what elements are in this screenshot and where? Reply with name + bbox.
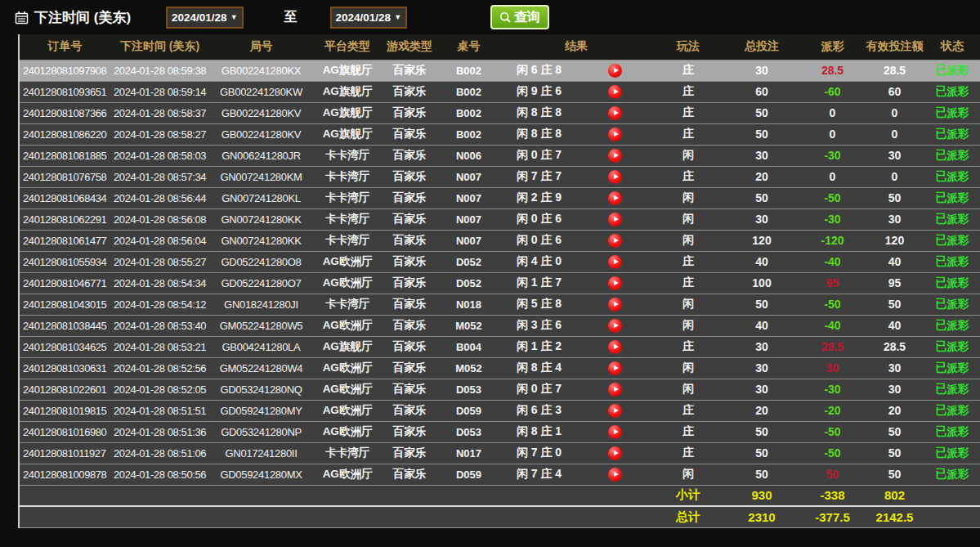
total-bet-cell: 30 [724, 60, 799, 81]
subtotal-spacer [19, 485, 652, 506]
replay-play-icon[interactable] [608, 404, 622, 418]
table-row[interactable]: 240128081062291 2024-01-28 08:56:08 GN00… [19, 208, 980, 230]
table-row[interactable]: 240128081097908 2024-01-28 08:59:38 GB00… [19, 60, 980, 81]
valid-bet-cell: 30 [866, 208, 924, 230]
status-badge: 已派彩 [924, 102, 980, 123]
replay-play-icon[interactable] [608, 106, 622, 120]
subtotal-valid-bet: 802 [866, 485, 924, 506]
valid-bet-cell: 50 [866, 294, 924, 315]
game-id-cell: GB004241280LA [209, 336, 313, 357]
replay-play-icon[interactable] [608, 128, 622, 141]
status-badge: 已派彩 [924, 442, 980, 464]
valid-bet-cell: 0 [866, 166, 924, 187]
replay-play-icon[interactable] [608, 170, 622, 184]
game-type-cell: 百家乐 [382, 357, 437, 379]
table-row[interactable]: 240128081030631 2024-01-28 08:52:56 GM05… [19, 357, 980, 379]
result-cell: 闲 3 庄 6 [500, 315, 578, 336]
table-row[interactable]: 240128081011927 2024-01-28 08:51:06 GN01… [19, 442, 980, 464]
table-row[interactable]: 240128081081885 2024-01-28 08:58:03 GN00… [19, 145, 980, 166]
replay-play-icon[interactable] [608, 468, 622, 482]
table-row[interactable]: 240128081087366 2024-01-28 08:58:37 GB00… [19, 102, 980, 123]
grand-total-spacer [19, 506, 652, 527]
total-bet-cell: 50 [724, 294, 799, 315]
replay-play-icon[interactable] [608, 149, 622, 163]
game-type-cell: 百家乐 [382, 102, 437, 123]
payout-cell: -40 [799, 251, 866, 272]
query-button[interactable]: 查询 [490, 5, 549, 29]
platform-cell: AG旗舰厅 [313, 60, 382, 81]
payout-cell: 50 [799, 464, 866, 485]
replay-play-icon[interactable] [608, 340, 622, 354]
table-row[interactable]: 240128081022601 2024-01-28 08:52:05 GD05… [19, 379, 980, 400]
table-no-cell: B002 [437, 60, 500, 81]
platform-cell: 卡卡湾厅 [313, 208, 382, 230]
table-row[interactable]: 240128081076758 2024-01-28 08:57:34 GN00… [19, 166, 980, 187]
bet-time-cell: 2024-01-28 08:51:06 [110, 442, 209, 464]
replay-play-icon[interactable] [608, 64, 622, 78]
play-type-cell: 庄 [652, 166, 724, 187]
table-row[interactable]: 240128081055934 2024-01-28 08:55:27 GD05… [19, 251, 980, 272]
table-row[interactable]: 240128081009878 2024-01-28 08:50:56 GD05… [19, 464, 980, 485]
payout-cell: 28.5 [799, 336, 866, 357]
subtotal-total-bet: 930 [724, 485, 799, 506]
replay-cell [578, 102, 652, 123]
result-cell: 闲 1 庄 7 [500, 272, 578, 294]
status-badge: 已派彩 [924, 251, 980, 272]
replay-play-icon[interactable] [608, 383, 622, 397]
order-id-cell: 240128081016980 [19, 421, 110, 442]
header-row: 订单号 下注时间 (美东) 局号 平台类型 游戏类型 桌号 结果 玩法 总投注 … [19, 34, 980, 60]
replay-play-icon[interactable] [608, 298, 622, 312]
replay-play-icon[interactable] [608, 446, 622, 460]
table-row[interactable]: 240128081038445 2024-01-28 08:53:40 GM05… [19, 315, 980, 336]
status-badge: 已派彩 [924, 60, 980, 81]
replay-play-icon[interactable] [608, 213, 622, 226]
replay-play-icon[interactable] [608, 425, 622, 439]
game-type-cell: 百家乐 [382, 421, 437, 442]
game-id-cell: GD059241280MX [209, 464, 313, 485]
replay-cell [578, 208, 652, 230]
table-row[interactable]: 240128081019815 2024-01-28 08:51:51 GD05… [19, 400, 980, 421]
platform-cell: AG旗舰厅 [313, 102, 382, 123]
game-id-cell: GD052241280O8 [209, 251, 313, 272]
replay-play-icon[interactable] [608, 319, 622, 333]
valid-bet-cell: 0 [866, 102, 924, 123]
replay-play-icon[interactable] [608, 276, 622, 290]
table-row[interactable]: 240128081043015 2024-01-28 08:54:12 GN01… [19, 294, 980, 315]
bet-time-cell: 2024-01-28 08:51:51 [110, 400, 209, 421]
status-badge: 已派彩 [924, 357, 980, 379]
game-type-cell: 百家乐 [382, 60, 437, 81]
replay-play-icon[interactable] [608, 234, 622, 248]
play-type-cell: 闲 [652, 294, 724, 315]
game-id-cell: GN007241280KL [209, 187, 313, 208]
replay-play-icon[interactable] [608, 85, 622, 99]
table-row[interactable]: 240128081034625 2024-01-28 08:53:21 GB00… [19, 336, 980, 357]
valid-bet-cell: 30 [866, 379, 924, 400]
replay-play-icon[interactable] [608, 255, 622, 269]
chevron-down-icon: ▼ [394, 14, 401, 21]
table-row[interactable]: 240128081068434 2024-01-28 08:56:44 GN00… [19, 187, 980, 208]
date-to-select[interactable]: 2024/01/28 ▼ [330, 7, 408, 29]
game-id-cell: GN006241280JR [209, 145, 313, 166]
table-row[interactable]: 240128081016980 2024-01-28 08:51:36 GD05… [19, 421, 980, 442]
col-header-bet-time: 下注时间 (美东) [110, 34, 209, 60]
date-from-select[interactable]: 2024/01/28 ▼ [166, 7, 244, 29]
table-row[interactable]: 240128081093651 2024-01-28 08:59:14 GB00… [19, 81, 980, 102]
replay-cell [578, 464, 652, 485]
replay-play-icon[interactable] [608, 361, 622, 375]
play-type-cell: 庄 [652, 251, 724, 272]
result-cell: 闲 9 庄 6 [500, 81, 578, 102]
total-bet-cell: 30 [724, 379, 799, 400]
table-row[interactable]: 240128081046771 2024-01-28 08:54:34 GD05… [19, 272, 980, 294]
table-row[interactable]: 240128081086220 2024-01-28 08:58:27 GB00… [19, 123, 980, 145]
total-bet-cell: 40 [724, 251, 799, 272]
payout-cell: -30 [799, 145, 866, 166]
game-id-cell: GD052241280O7 [209, 272, 313, 294]
platform-cell: 卡卡湾厅 [313, 442, 382, 464]
order-id-cell: 240128081046771 [19, 272, 110, 294]
valid-bet-cell: 28.5 [866, 60, 924, 81]
replay-play-icon[interactable] [608, 191, 622, 205]
table-row[interactable]: 240128081061477 2024-01-28 08:56:04 GN00… [19, 230, 980, 251]
replay-cell [578, 187, 652, 208]
table-no-cell: D059 [437, 400, 500, 421]
bet-time-cell: 2024-01-28 08:59:14 [110, 81, 209, 102]
